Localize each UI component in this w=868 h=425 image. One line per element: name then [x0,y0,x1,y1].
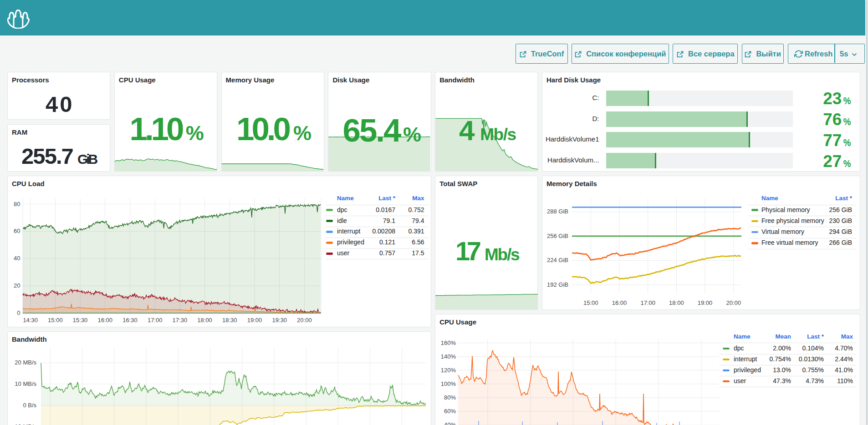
svg-text:255.7: 255.7 [21,144,74,168]
svg-text:4: 4 [459,115,475,146]
svg-text:65.4: 65.4 [343,112,402,148]
svg-text:GiB: GiB [77,152,98,167]
svg-text:%: % [186,121,204,145]
svg-text:Mb/s: Mb/s [480,125,516,144]
svg-text:40: 40 [46,92,72,116]
svg-text:Mb/s: Mb/s [485,245,520,264]
svg-text:%: % [403,123,421,146]
svg-text:17: 17 [455,236,481,266]
svg-text:%: % [293,121,311,145]
svg-text:10.0: 10.0 [236,111,291,147]
svg-text:1.10: 1.10 [130,111,184,147]
